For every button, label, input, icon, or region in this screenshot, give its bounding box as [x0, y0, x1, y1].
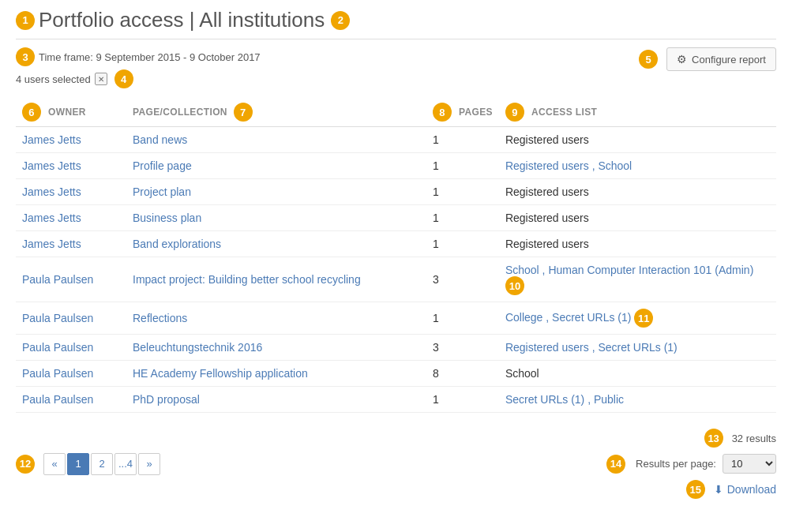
next-page-button[interactable]: »: [138, 453, 160, 475]
results-count: 32 results: [732, 433, 776, 444]
page-cell[interactable]: Business plan: [126, 205, 426, 231]
badge-1: 1: [16, 11, 35, 30]
page-header: 1 Portfolio access | All institutions 2: [16, 8, 776, 39]
table-row: Paula PaulsenHE Academy Fellowship appli…: [16, 361, 776, 387]
page-cell[interactable]: Project plan: [126, 179, 426, 205]
owner-cell: James Jetts: [16, 231, 126, 257]
owner-cell: Paula Paulsen: [16, 387, 126, 413]
pages-cell: 8: [426, 361, 499, 387]
pages-cell: 1: [426, 205, 499, 231]
pages-cell: 1: [426, 153, 499, 179]
per-page-label: Results per page:: [636, 458, 716, 470]
page-cell[interactable]: Profile page: [126, 153, 426, 179]
pages-cell: 1: [426, 302, 499, 335]
right-controls: 13 32 results 14 Results per page: 10205…: [606, 429, 776, 499]
badge-10: 10: [505, 276, 524, 295]
page-cell[interactable]: PhD proposal: [126, 387, 426, 413]
portfolio-table: 6 OWNER PAGE/COLLECTION 7 8 PAGES 9: [16, 98, 776, 413]
badge-4: 4: [114, 69, 133, 88]
owner-cell: James Jetts: [16, 127, 126, 153]
pages-cell: 1: [426, 387, 499, 413]
pages-cell: 3: [426, 257, 499, 302]
badge-3: 3: [16, 47, 35, 66]
access-cell: Registered users: [499, 205, 776, 231]
access-cell: Secret URLs (1) , Public: [499, 387, 776, 413]
badge-11: 11: [634, 309, 653, 328]
access-cell: Registered users: [499, 231, 776, 257]
table-row: Paula PaulsenReflections1College , Secre…: [16, 302, 776, 335]
owner-cell: James Jetts: [16, 153, 126, 179]
pagination-area: 12 « 1 2 ...4 » 13 32 results 14 Results…: [16, 424, 776, 504]
badge-7: 7: [234, 103, 253, 122]
badge-13: 13: [704, 429, 723, 448]
page-3-button[interactable]: ...4: [114, 453, 137, 475]
download-button[interactable]: ⬇ Download: [714, 483, 776, 496]
per-page-row: 14 Results per page: 102050100: [606, 454, 776, 474]
page-cell[interactable]: Impact project: Building better school r…: [126, 257, 426, 302]
table-row: James JettsProfile page1Registered users…: [16, 153, 776, 179]
table-row: James JettsBand news1Registered users: [16, 127, 776, 153]
access-cell: Registered users , Secret URLs (1): [499, 335, 776, 361]
page-cell[interactable]: Beleuchtungstechnik 2016: [126, 335, 426, 361]
access-cell: School , Human Computer Interaction 101 …: [499, 257, 776, 302]
access-cell: School: [499, 361, 776, 387]
badge-5: 5: [639, 50, 658, 69]
access-cell: Registered users , School: [499, 153, 776, 179]
page-2-button[interactable]: 2: [91, 453, 113, 475]
page-title: Portfolio access | All institutions: [39, 8, 325, 32]
pages-cell: 3: [426, 335, 499, 361]
timeframe-label: Time frame: 9 September 2015 - 9 October…: [39, 51, 261, 63]
page-cell[interactable]: Band news: [126, 127, 426, 153]
col-pages-header: 8 PAGES: [426, 98, 499, 127]
badge-6: 6: [22, 103, 41, 122]
badge-2: 2: [331, 11, 350, 30]
owner-cell: James Jetts: [16, 205, 126, 231]
table-header-row: 6 OWNER PAGE/COLLECTION 7 8 PAGES 9: [16, 98, 776, 127]
owner-cell: Paula Paulsen: [16, 302, 126, 335]
table-row: James JettsProject plan1Registered users: [16, 179, 776, 205]
table-row: Paula PaulsenPhD proposal1Secret URLs (1…: [16, 387, 776, 413]
table-row: James JettsBand explorations1Registered …: [16, 231, 776, 257]
configure-btn-label: Configure report: [692, 54, 766, 66]
filter-info: 3 Time frame: 9 September 2015 - 9 Octob…: [16, 47, 261, 88]
download-icon: ⬇: [714, 483, 723, 496]
page-cell[interactable]: HE Academy Fellowship application: [126, 361, 426, 387]
gear-icon: ⚙: [677, 53, 687, 66]
per-page-select[interactable]: 102050100: [723, 454, 776, 474]
badge-14: 14: [606, 455, 625, 474]
col-access-header: 9 ACCESS LIST: [499, 98, 776, 127]
col-page-header: PAGE/COLLECTION 7: [126, 98, 426, 127]
table-row: Paula PaulsenImpact project: Building be…: [16, 257, 776, 302]
badge-9: 9: [505, 103, 524, 122]
page-1-button[interactable]: 1: [67, 453, 89, 475]
col-owner-header: 6 OWNER: [16, 98, 126, 127]
owner-cell: James Jetts: [16, 179, 126, 205]
pages-cell: 1: [426, 127, 499, 153]
badge-8: 8: [433, 103, 452, 122]
badge-15: 15: [686, 480, 705, 499]
pages-cell: 1: [426, 231, 499, 257]
owner-cell: Paula Paulsen: [16, 335, 126, 361]
access-cell: Registered users: [499, 127, 776, 153]
pages-cell: 1: [426, 179, 499, 205]
table-row: James JettsBusiness plan1Registered user…: [16, 205, 776, 231]
pagination: « 1 2 ...4 »: [43, 453, 160, 475]
users-selected-row: 4 users selected ✕ 4: [16, 69, 261, 88]
configure-report-button[interactable]: ⚙ Configure report: [666, 47, 776, 71]
owner-cell: Paula Paulsen: [16, 257, 126, 302]
users-selected-label: 4 users selected: [16, 73, 91, 85]
access-cell: College , Secret URLs (1) 11: [499, 302, 776, 335]
download-label: Download: [727, 483, 776, 496]
badge-12: 12: [16, 455, 35, 474]
table-row: Paula PaulsenBeleuchtungstechnik 20163Re…: [16, 335, 776, 361]
prev-page-button[interactable]: «: [43, 453, 66, 475]
page-cell[interactable]: Band explorations: [126, 231, 426, 257]
clear-users-button[interactable]: ✕: [95, 73, 107, 85]
access-cell: Registered users: [499, 179, 776, 205]
page-cell[interactable]: Reflections: [126, 302, 426, 335]
controls-row: 3 Time frame: 9 September 2015 - 9 Octob…: [16, 47, 776, 88]
owner-cell: Paula Paulsen: [16, 361, 126, 387]
